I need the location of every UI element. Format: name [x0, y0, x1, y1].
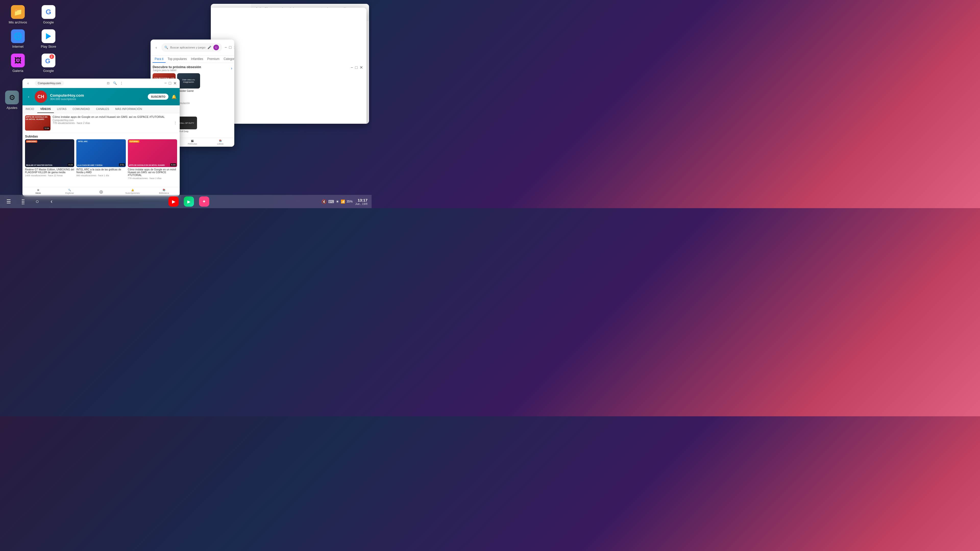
add-icon: ⊕	[99, 189, 103, 195]
taskbar-grid-btn[interactable]: ⣿	[18, 197, 27, 206]
playstore-search-bar: 🔍 🎤 U	[161, 43, 222, 52]
video-views-intel: 880 visualizaciones · hace 1 día	[76, 174, 126, 177]
icon-galeria[interactable]: 🖼 Galería	[5, 54, 30, 73]
mic-icon[interactable]: 🎤	[207, 46, 211, 49]
video-views-realme: 1408 visualizaciones · hace 22 horas	[25, 174, 74, 177]
playstore-section1-title: Descubre tu próxima obsesión	[153, 65, 201, 69]
tab-para-ti[interactable]: Para ti	[153, 56, 165, 63]
yt-search-btn[interactable]: 🔍	[112, 81, 118, 86]
video-duration-huawei: 5:04	[170, 163, 177, 166]
keyboard-icon[interactable]: ⌨	[328, 199, 334, 204]
tab-premium[interactable]: Premium	[205, 56, 221, 63]
game-card-shooter[interactable]: Dale vida a tu imaginación Shooter Game	[177, 73, 200, 95]
tab-categorias[interactable]: Categorías	[221, 56, 234, 63]
home-icon: ⊞	[37, 189, 39, 191]
yt-channel-name: ComputerHoy.com	[50, 93, 145, 97]
taskbar-youtube-icon[interactable]: ▶	[169, 197, 179, 206]
video-title-realme: Realme GT Master Edition, UNBOXING del F…	[25, 168, 74, 174]
playstore-window-controls: − □ ✕	[224, 45, 234, 50]
yt-titlebar: ‹ ComputerHoy.com ⊡ 🔍 ⋮ − □ ✕	[22, 79, 180, 88]
playstore-tabs: Para ti Top populares Infantiles Premium…	[151, 56, 234, 63]
taskbar-home-btn[interactable]: ○	[33, 197, 42, 206]
svg-text:G: G	[45, 57, 50, 65]
icon-ajustes[interactable]: ⚙ Ajustes	[5, 91, 19, 110]
movies-icon: 🎬	[191, 140, 194, 142]
tab-listas[interactable]: LISTAS	[54, 105, 69, 113]
photos-expand-btn[interactable]: □	[355, 65, 358, 70]
yt-channel-tabs: INICIO VÍDEOS LISTAS COMUNIDAD CANALES M…	[22, 105, 180, 113]
playstore-search-input[interactable]	[170, 46, 205, 49]
tab-infantiles[interactable]: Infantiles	[189, 56, 205, 63]
yt-channel-back-btn[interactable]: ‹	[25, 94, 32, 100]
video-views-huawei: 778 visualizaciones · hace 2 días	[128, 177, 177, 179]
video-card-huawei[interactable]: TUTORIAL APPS DE GOOGLE EN UN MÓVIL HUAW…	[128, 139, 177, 179]
yt-titlebar-btns: ⊡ 🔍 ⋮	[106, 81, 124, 86]
explore-card-cod[interactable]: CALL OF DUTY Call of Duty	[177, 117, 197, 133]
video-card-intel[interactable]: INTEL ARC A LA CAZA DE AMD Y NVIDIA 2:51…	[76, 139, 126, 179]
playstore-bottom-peliculas[interactable]: 🎬 Películas	[178, 138, 206, 147]
tab-videos[interactable]: VÍDEOS	[37, 105, 54, 113]
game-title-shooter: Shooter Game	[177, 89, 200, 92]
yt-address-bar[interactable]: ComputerHoy.com	[35, 81, 64, 86]
yt-bell-btn[interactable]: 🔔	[172, 94, 177, 99]
yt-cast-btn[interactable]: ⊡	[106, 81, 111, 86]
yt-section-title: Subidas	[22, 133, 180, 139]
yt-more-btn[interactable]: ⋮	[119, 81, 124, 86]
search-icon: 🔍	[164, 46, 168, 49]
tab-comunidad[interactable]: COMUNIDAD	[69, 105, 93, 113]
icon-google[interactable]: G Google	[36, 5, 61, 24]
icon-play-store[interactable]: Play Store	[36, 29, 61, 48]
yt-subscribe-btn[interactable]: SUSCRITO	[148, 94, 169, 100]
playstore-maximize-btn[interactable]: □	[228, 45, 232, 50]
yt-videos-grid: UNBOXING REALME GT MASTER EDITION 4:15 R…	[22, 139, 180, 182]
svg-text:2: 2	[51, 55, 52, 58]
taskbar-star-icon[interactable]: ✦	[199, 197, 209, 206]
desktop-icons: 📁 Mis archivos G Google 🌐 Internet	[0, 0, 66, 78]
yt-channel-info: ComputerHoy.com 304.000 suscriptores	[50, 93, 145, 100]
playstore-arrow-icon[interactable]: ›	[231, 66, 232, 71]
video-title-intel: INTEL ARC a la caza de las gráficas de N…	[76, 168, 126, 174]
featured-title: Cómo instalar apps de Google en un móvil…	[52, 115, 172, 118]
icon-google2[interactable]: G 2 Google	[36, 54, 61, 73]
yt-channel-header: ‹ CH ComputerHoy.com 304.000 suscriptore…	[22, 88, 180, 105]
avatar-icon[interactable]: U	[213, 44, 219, 50]
tab-inicio[interactable]: INICIO	[22, 105, 37, 113]
featured-duration: 5:04	[44, 127, 50, 130]
library-icon: 📚	[162, 189, 165, 191]
photos-close-btn[interactable]: ✕	[359, 65, 363, 70]
yt-minimize-btn[interactable]: −	[164, 81, 167, 86]
mute-icon[interactable]: 🔇	[321, 199, 327, 204]
yt-channel-logo: CH	[35, 91, 47, 103]
taskbar-left: ☰ ⣿ ○ ‹	[4, 197, 56, 206]
yt-channel-subs: 304.000 suscriptores	[50, 97, 145, 100]
status-icons: 🔇 ⌨ ☀ 📶 35%	[321, 199, 353, 204]
video-card-realme[interactable]: UNBOXING REALME GT MASTER EDITION 4:15 R…	[25, 139, 74, 179]
playstore-back-btn[interactable]: ‹	[153, 44, 159, 51]
featured-more-btn[interactable]: ⋮	[173, 115, 177, 130]
youtube-window: ‹ ComputerHoy.com ⊡ 🔍 ⋮ − □ ✕ ‹ CH Compu…	[22, 79, 180, 197]
tab-canales[interactable]: CANALES	[93, 105, 112, 113]
explore-icon: 🔍	[68, 189, 71, 191]
photos-minimize-btn[interactable]: −	[350, 65, 353, 70]
video-duration-realme: 4:15	[68, 163, 74, 166]
icon-internet[interactable]: 🌐 Internet	[5, 29, 30, 48]
video-duration-intel: 2:51	[119, 163, 125, 166]
yt-maximize-btn[interactable]: □	[168, 81, 172, 86]
playstore-minimize-btn[interactable]: −	[224, 45, 228, 50]
yt-back-btn[interactable]: ‹	[25, 80, 31, 86]
tab-top-populares[interactable]: Top populares	[165, 56, 189, 63]
brightness-icon[interactable]: ☀	[336, 199, 339, 204]
taskbar-menu-btn[interactable]: ☰	[4, 197, 13, 206]
battery-label: 35%	[347, 200, 353, 203]
taskbar-back-btn[interactable]: ‹	[47, 197, 56, 206]
playstore-section1-sub: Juegos para tu tablet	[153, 69, 201, 72]
yt-featured-info: Cómo instalar apps de Google en un móvil…	[52, 115, 172, 130]
playstore-bottom-libros[interactable]: 📚 Libros	[207, 138, 234, 147]
playstore-close-btn[interactable]: ✕	[233, 45, 234, 50]
tab-mas-info[interactable]: MÁS INFORMACIÓN	[112, 105, 145, 113]
taskbar-play-icon[interactable]: ▶	[184, 197, 194, 206]
yt-featured-video[interactable]: APPS DE GOOGLE EN UN MÓVIL HUAWEI 5:04 C…	[22, 113, 180, 133]
yt-close-btn[interactable]: ✕	[173, 81, 177, 86]
taskbar-right: 🔇 ⌨ ☀ 📶 35% 13:17 Jue., 19/8	[321, 198, 368, 205]
icon-mis-archivos[interactable]: 📁 Mis archivos	[5, 5, 30, 24]
